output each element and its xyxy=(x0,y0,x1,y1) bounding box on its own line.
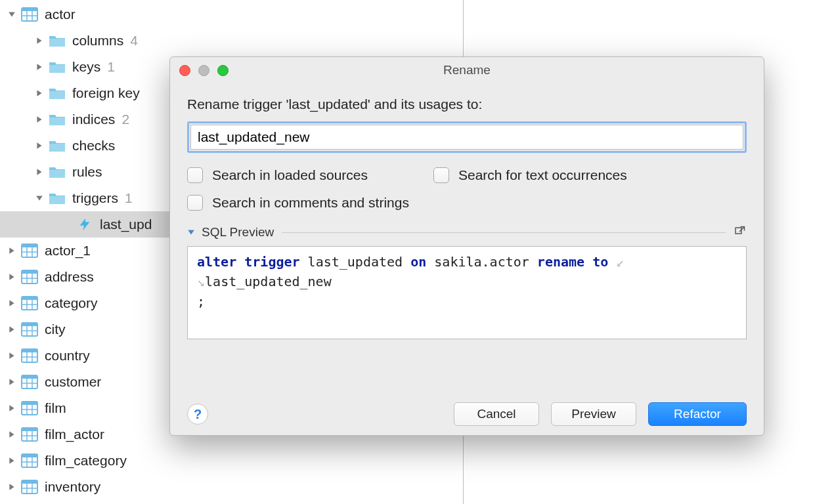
rename-input[interactable] xyxy=(190,125,743,150)
sql-line: alter trigger last_updated on sakila.act… xyxy=(197,252,737,272)
tree-count: 4 xyxy=(130,33,138,49)
svg-rect-18 xyxy=(22,270,37,274)
tree-label: address xyxy=(45,269,94,285)
tree-item-film-category[interactable]: film_category xyxy=(0,448,460,474)
chevron-right-icon[interactable] xyxy=(34,167,45,177)
rename-input-wrapper xyxy=(187,121,747,153)
table-icon xyxy=(21,401,38,415)
tree-label: film_category xyxy=(45,453,127,469)
checkbox-icon[interactable] xyxy=(433,167,449,183)
svg-rect-53 xyxy=(22,454,37,457)
chevron-down-icon[interactable] xyxy=(187,228,196,237)
chevron-right-icon[interactable] xyxy=(34,88,45,98)
dialog-titlebar[interactable]: Rename xyxy=(170,57,764,83)
tree-count: 1 xyxy=(125,190,133,206)
help-button[interactable]: ? xyxy=(187,404,208,425)
chevron-right-icon[interactable] xyxy=(34,62,45,72)
chevron-right-icon[interactable] xyxy=(7,403,17,413)
chevron-right-icon[interactable] xyxy=(34,35,45,46)
tree-label: columns xyxy=(72,33,123,49)
tree-label: film xyxy=(45,400,66,416)
checkbox-label: Search in loaded sources xyxy=(212,167,368,183)
chevron-right-icon[interactable] xyxy=(34,114,45,125)
tree-label: actor xyxy=(45,7,76,22)
checkbox-search-loaded-sources[interactable]: Search in loaded sources xyxy=(187,167,368,183)
svg-rect-23 xyxy=(22,297,37,300)
tree-item-columns[interactable]: columns 4 xyxy=(0,28,460,54)
table-icon xyxy=(21,480,38,494)
chevron-right-icon[interactable] xyxy=(7,455,17,466)
svg-rect-48 xyxy=(22,428,37,431)
svg-rect-10 xyxy=(49,170,65,178)
table-icon xyxy=(21,270,38,284)
svg-rect-28 xyxy=(22,323,37,326)
checkbox-icon[interactable] xyxy=(187,167,203,183)
chevron-down-icon[interactable] xyxy=(34,193,45,203)
trigger-icon xyxy=(76,217,93,232)
svg-rect-13 xyxy=(22,244,37,247)
tree-label: city xyxy=(45,322,66,337)
folder-icon xyxy=(49,165,66,179)
chevron-right-icon[interactable] xyxy=(7,377,17,387)
sql-preview-box[interactable]: alter trigger last_updated on sakila.act… xyxy=(187,246,747,339)
svg-rect-38 xyxy=(22,375,37,379)
chevron-right-icon[interactable] xyxy=(7,324,17,335)
wrap-indicator-icon: ↙ xyxy=(616,254,624,270)
tree-label: film_actor xyxy=(45,427,104,442)
chevron-right-icon[interactable] xyxy=(34,140,45,151)
tree-item-inventory[interactable]: inventory xyxy=(0,474,460,500)
tree-label: triggers xyxy=(72,190,118,206)
table-icon xyxy=(21,296,38,310)
svg-rect-5 xyxy=(49,39,65,47)
folder-icon xyxy=(49,86,66,100)
folder-icon xyxy=(49,191,66,205)
rename-dialog: Rename Rename trigger 'last_updated' and… xyxy=(169,56,764,436)
svg-rect-9 xyxy=(49,144,65,152)
preview-button[interactable]: Preview xyxy=(551,402,636,426)
tree-label: rules xyxy=(72,164,102,180)
checkbox-search-text-occurrences[interactable]: Search for text occurrences xyxy=(433,167,627,183)
checkbox-icon[interactable] xyxy=(187,195,203,211)
tree-label: inventory xyxy=(45,479,100,495)
sql-line: ; xyxy=(197,291,737,311)
cancel-button[interactable]: Cancel xyxy=(454,402,539,426)
edit-icon[interactable] xyxy=(734,226,747,239)
chevron-right-icon[interactable] xyxy=(7,350,17,361)
svg-rect-7 xyxy=(49,91,65,99)
chevron-right-icon[interactable] xyxy=(7,245,17,256)
svg-rect-43 xyxy=(22,402,37,405)
table-icon xyxy=(21,375,38,389)
tree-label: indices xyxy=(72,112,115,127)
chevron-right-icon[interactable] xyxy=(7,429,17,440)
chevron-right-icon[interactable] xyxy=(7,272,17,282)
rename-prompt: Rename trigger 'last_updated' and its us… xyxy=(187,96,747,112)
refactor-button[interactable]: Refactor xyxy=(648,402,747,426)
svg-rect-33 xyxy=(22,349,37,352)
folder-icon xyxy=(49,33,66,48)
svg-rect-1 xyxy=(22,8,37,11)
tree-label: last_upd xyxy=(100,217,152,232)
table-icon xyxy=(21,7,38,22)
chevron-right-icon[interactable] xyxy=(7,298,17,308)
tree-label: checks xyxy=(72,138,115,154)
tree-item-actor[interactable]: actor xyxy=(0,1,460,28)
wrap-indicator-icon: ↘ xyxy=(197,274,205,289)
tree-count: 1 xyxy=(107,59,115,75)
table-icon xyxy=(21,243,38,258)
checkbox-search-comments-strings[interactable]: Search in comments and strings xyxy=(187,195,409,211)
folder-icon xyxy=(49,138,66,153)
table-icon xyxy=(21,427,38,442)
chevron-right-icon[interactable] xyxy=(7,482,17,492)
svg-rect-58 xyxy=(22,480,37,484)
sql-preview-title: SQL Preview xyxy=(202,225,274,240)
svg-rect-8 xyxy=(49,117,65,125)
checkbox-label: Search in comments and strings xyxy=(212,195,409,211)
tree-label: customer xyxy=(45,374,101,390)
sql-line: ↘last_updated_new xyxy=(197,272,737,291)
svg-rect-6 xyxy=(49,65,65,73)
folder-icon xyxy=(49,112,66,127)
tree-label: actor_1 xyxy=(45,243,91,259)
sql-preview-header[interactable]: SQL Preview xyxy=(187,225,747,240)
table-icon xyxy=(21,453,38,468)
chevron-down-icon[interactable] xyxy=(7,9,17,20)
